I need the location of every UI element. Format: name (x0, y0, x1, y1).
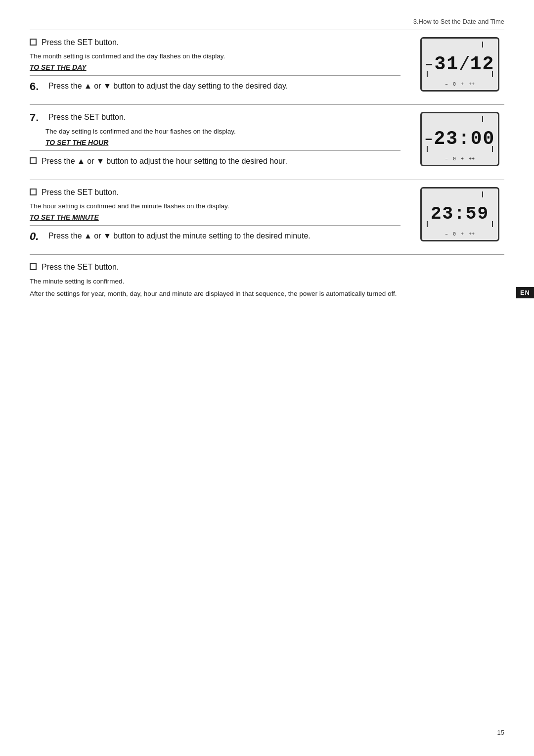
lcd-tick-br-2 (492, 146, 493, 152)
lcd-btn-minus-1: – (445, 82, 448, 87)
step-text-0: Press the ▲ or ▼ button to adjust the mi… (48, 231, 311, 241)
section-left-4: Press the SET button. The minute setting… (30, 262, 415, 300)
section-inner-1: Press the SET button. The month setting … (30, 37, 504, 95)
bullet-square-4 (30, 263, 37, 270)
section-inner-3: Press the SET button. The hour setting i… (30, 187, 504, 245)
bullet-row-final: Press the SET button. (30, 262, 400, 273)
step-number-7: 7. (30, 112, 45, 124)
lcd-number-row-2: – 23:00 (425, 130, 495, 148)
page-number: 15 (497, 729, 504, 736)
lcd-number-3: 23:59 (431, 205, 489, 223)
or-text-2: or (87, 157, 94, 165)
lcd-btn-minus-3: – (445, 232, 448, 237)
bullet-text-set-hour: Press the SET button. (42, 187, 119, 198)
lcd-tick-bl-3-b (427, 221, 428, 227)
lcd-display-day: – 31 / 12 – 0 + ++ (420, 37, 499, 92)
lcd-tick-bl-2 (427, 146, 428, 152)
lcd-number-2: 23:00 (434, 130, 495, 148)
section-left-2: 7. Press the SET button. The day setting… (30, 112, 415, 170)
main-content: Press the SET button. The month setting … (30, 30, 504, 301)
lcd-tick-br-3-b (492, 221, 493, 227)
lcd-display-minute: 23:59 – 0 + ++ (420, 187, 499, 241)
lcd-buttons-2: – 0 + ++ (445, 156, 475, 162)
lcd-tick-bl-1 (427, 71, 428, 77)
bullet-text-hour: Press the ▲ or ▼ button to adjust the ho… (42, 156, 287, 167)
lcd-display-hour: – 23:00 – 0 + ++ (420, 112, 499, 166)
or-text-3: or (94, 232, 101, 240)
lcd-tick-top-1 (482, 42, 483, 47)
lcd-btn-plus-3: + (461, 232, 464, 237)
lcd-btn-0-2: 0 (453, 156, 456, 162)
lcd-buttons-3: – 0 + ++ (445, 232, 475, 237)
en-badge: EN (516, 287, 534, 298)
lcd-slash-1: / (459, 54, 470, 75)
label-set-minute: TO SET THE MINUTE (30, 213, 400, 221)
step-number-0: 0. (30, 231, 45, 242)
lcd-tick-top-3 (482, 191, 483, 197)
bullet-row-set-month: Press the SET button. (30, 37, 400, 48)
section-right-1: – 31 / 12 – 0 + ++ (415, 37, 504, 92)
lcd-btn-0-3: 0 (453, 232, 456, 237)
bullet-row-set-hour: Press the SET button. (30, 187, 400, 198)
section-right-2: – 23:00 – 0 + ++ (415, 112, 504, 166)
section-press-set-month: Press the SET button. The month setting … (30, 30, 504, 95)
section-right-3: 23:59 – 0 + ++ (415, 187, 504, 241)
lcd-btn-pp-3: ++ (469, 232, 475, 237)
bullet-square-3 (30, 189, 37, 195)
lcd-neg-2: – (425, 132, 433, 147)
page-header: 3.How to Set the Date and Time (413, 18, 504, 25)
label-set-hour: TO SET THE HOUR (45, 139, 400, 146)
lcd-tick-top-2 (482, 116, 483, 122)
section-final: Press the SET button. The minute setting… (30, 254, 504, 300)
lcd-btn-0-1: 0 (453, 82, 456, 87)
or-text-1: or (94, 82, 101, 90)
section-inner-2: 7. Press the SET button. The day setting… (30, 112, 504, 170)
bullet-square-2 (30, 157, 37, 164)
lcd-number-row-1: – 31 / 12 (425, 54, 495, 75)
label-set-day: TO SET THE DAY (30, 63, 400, 71)
bullet-text-set-month: Press the SET button. (42, 37, 119, 48)
lcd-tick-br-1 (492, 71, 493, 77)
section-press-set-day: 7. Press the SET button. The day setting… (30, 104, 504, 170)
sub-text-power-off: After the settings for year, month, day,… (30, 289, 400, 299)
section-left-1: Press the SET button. The month setting … (30, 37, 415, 95)
lcd-number-row-3: 23:59 (431, 205, 489, 223)
bullet-square-1 (30, 39, 37, 46)
lcd-btn-plus-1: + (461, 82, 464, 87)
section-inner-4: Press the SET button. The minute setting… (30, 262, 504, 300)
sub-text-day-confirmed: The day setting is confirmed and the hou… (45, 127, 400, 137)
lcd-btn-pp-1: ++ (469, 82, 475, 87)
lcd-btn-plus-2: + (461, 156, 464, 162)
lcd-number-1b: 12 (470, 55, 495, 74)
section-press-set-hour: Press the SET button. The hour setting i… (30, 180, 504, 245)
lcd-btn-minus-2: – (445, 156, 448, 162)
section-left-3: Press the SET button. The hour setting i… (30, 187, 415, 245)
step-text-6: Press the ▲ or ▼ button to adjust the da… (48, 81, 288, 92)
step-row-0: 0. Press the ▲ or ▼ button to adjust the… (30, 231, 400, 242)
lcd-btn-pp-2: ++ (469, 156, 475, 162)
sub-text-month-confirmed: The month setting is confirmed and the d… (30, 52, 400, 61)
step-row-6: 6. Press the ▲ or ▼ button to adjust the… (30, 81, 400, 93)
lcd-neg-1: – (425, 57, 434, 72)
step-row-7: 7. Press the SET button. (30, 112, 400, 124)
bullet-row-hour: Press the ▲ or ▼ button to adjust the ho… (30, 156, 400, 167)
step-number-6: 6. (30, 81, 45, 93)
lcd-buttons-1: – 0 + ++ (445, 82, 475, 87)
bullet-text-final: Press the SET button. (42, 262, 119, 273)
sub-text-hour-confirmed: The hour setting is confirmed and the mi… (30, 202, 400, 211)
step-text-7: Press the SET button. (48, 112, 126, 123)
sub-text-minute-confirmed: The minute setting is confirmed. (30, 277, 400, 286)
lcd-number-1: 31 (434, 55, 459, 74)
